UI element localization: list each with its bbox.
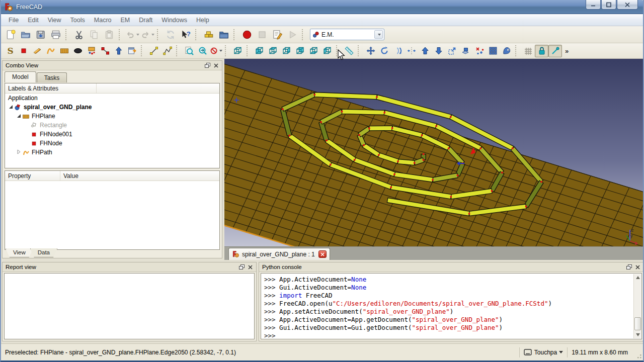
tab-tasks[interactable]: Tasks: [37, 72, 67, 82]
redo-button[interactable]: [140, 28, 155, 42]
refresh-button[interactable]: [163, 28, 178, 42]
property-editor[interactable]: Property Value: [5, 170, 220, 250]
part-boxes-button[interactable]: [201, 28, 216, 42]
close-panel-icon[interactable]: [247, 263, 254, 270]
draft-mirror-button[interactable]: [405, 45, 418, 57]
fh-node-link-button[interactable]: [98, 45, 112, 57]
macro-run-button[interactable]: [285, 28, 300, 42]
menu-view[interactable]: View: [43, 15, 66, 25]
draft-downgrade-button[interactable]: [432, 45, 445, 57]
view-front-button[interactable]: [253, 45, 266, 57]
draft-wire-button[interactable]: [160, 45, 174, 57]
report-view-content[interactable]: [4, 273, 255, 339]
navigation-style-selector[interactable]: Touchpa: [524, 349, 563, 356]
maximize-button[interactable]: [601, 0, 616, 10]
3d-viewport[interactable]: z y: [224, 59, 644, 246]
tree-header-labels[interactable]: Labels & Attributes: [5, 83, 97, 93]
whats-this-button[interactable]: ?: [178, 28, 193, 42]
fh-conductor-button[interactable]: [85, 45, 98, 57]
menu-macro[interactable]: Macro: [90, 15, 116, 25]
menu-windows[interactable]: Windows: [157, 15, 192, 25]
tree-item-application[interactable]: Application: [5, 94, 219, 103]
fh-node-button[interactable]: [17, 45, 30, 57]
python-console-content[interactable]: >>> App.ActiveDocument=None>>> Gui.Activ…: [261, 273, 642, 339]
fh-solver-button[interactable]: S: [3, 45, 17, 57]
macro-record-button[interactable]: [239, 28, 255, 42]
document-tab[interactable]: spiral_over_GND_plane : 1: [228, 248, 330, 260]
draft-line-button[interactable]: [147, 45, 160, 57]
scroll-down-icon[interactable]: [634, 331, 641, 338]
value-column-header[interactable]: Value: [60, 172, 78, 179]
draft-point-array-button[interactable]: [472, 45, 486, 57]
menu-em[interactable]: EM: [116, 15, 135, 25]
fh-plane-button[interactable]: [57, 45, 71, 57]
python-console-scrollbar[interactable]: [633, 274, 641, 338]
print-button[interactable]: [48, 28, 63, 42]
float-panel-icon[interactable]: [625, 263, 633, 270]
view-bottom-button[interactable]: [307, 45, 320, 57]
cut-button[interactable]: [71, 28, 87, 42]
close-button[interactable]: [617, 0, 638, 10]
draft-offset-button[interactable]: [391, 45, 405, 57]
draft-snap-dimensions-button[interactable]: [548, 45, 562, 57]
workbench-dropdown-icon[interactable]: [374, 30, 383, 39]
model-tree[interactable]: Labels & Attributes Applicationspiral_ov…: [5, 83, 220, 168]
menu-edit[interactable]: Edit: [23, 15, 43, 25]
macro-stop-button[interactable]: [255, 28, 270, 42]
view-fit-all-button[interactable]: [182, 45, 196, 57]
property-column-header[interactable]: Property: [5, 171, 60, 180]
draft-shape2dview-button[interactable]: [459, 45, 472, 57]
view-axonometric-button[interactable]: [231, 45, 245, 57]
draft-rotate-button[interactable]: [377, 45, 391, 57]
menu-tools[interactable]: Tools: [66, 15, 90, 25]
document-tab-close-icon[interactable]: [318, 250, 327, 258]
view-fit-selection-button[interactable]: [196, 45, 209, 57]
scrollbar-thumb[interactable]: [634, 317, 641, 330]
minimize-button[interactable]: [586, 0, 601, 10]
close-panel-icon[interactable]: [634, 263, 641, 270]
scroll-up-icon[interactable]: [634, 274, 641, 281]
expander-open-icon[interactable]: [8, 104, 14, 110]
float-panel-icon[interactable]: [204, 62, 211, 69]
paste-button[interactable]: [102, 28, 117, 42]
menu-help[interactable]: Help: [192, 15, 214, 25]
group-folder-button[interactable]: [216, 28, 231, 42]
tab-view[interactable]: View: [6, 248, 33, 257]
tab-data[interactable]: Data: [30, 248, 57, 257]
tree-item-fhplane[interactable]: FHPlane: [5, 112, 219, 121]
dropdown-arrow-icon[interactable]: [136, 34, 139, 36]
toolbar-overflow-chevron[interactable]: »: [565, 47, 569, 55]
copy-button[interactable]: [87, 28, 102, 42]
draft-array-button[interactable]: [486, 45, 500, 57]
save-document-button[interactable]: [33, 28, 48, 42]
draft-snap-lock-button[interactable]: [535, 45, 548, 57]
draft-scale-button[interactable]: [445, 45, 459, 57]
fh-segment-button[interactable]: [30, 45, 44, 57]
dropdown-arrow-icon[interactable]: [219, 50, 222, 52]
fh-path-button[interactable]: [44, 45, 57, 57]
undo-button[interactable]: [125, 28, 140, 42]
title-bar[interactable]: FreeCAD: [0, 0, 644, 14]
view-left-button[interactable]: [320, 45, 334, 57]
menu-file[interactable]: File: [4, 15, 23, 25]
dropdown-arrow-icon[interactable]: [151, 34, 154, 36]
fh-input-file-button[interactable]: [125, 45, 139, 57]
draft-move-button[interactable]: [364, 45, 377, 57]
tree-item-spiral_over_gnd_plane[interactable]: spiral_over_GND_plane: [5, 103, 219, 112]
new-document-button[interactable]: [3, 28, 18, 42]
view-rear-button[interactable]: [293, 45, 307, 57]
expander-closed-icon[interactable]: [16, 149, 22, 155]
view-right-button[interactable]: [280, 45, 293, 57]
expander-open-icon[interactable]: [16, 113, 22, 119]
macro-edit-button[interactable]: [270, 28, 285, 42]
tab-model[interactable]: Model: [5, 71, 36, 82]
fh-port-button[interactable]: [112, 45, 125, 57]
close-panel-icon[interactable]: [212, 62, 220, 69]
open-document-button[interactable]: [18, 28, 33, 42]
draft-upgrade-button[interactable]: [418, 45, 432, 57]
menu-draft[interactable]: Draft: [134, 15, 157, 25]
view-top-button[interactable]: [266, 45, 280, 57]
tree-item-rectangle[interactable]: Rectangle: [5, 121, 219, 130]
workbench-selector[interactable]: E.M.: [310, 29, 384, 40]
fh-plane-hole-button[interactable]: [71, 45, 85, 57]
